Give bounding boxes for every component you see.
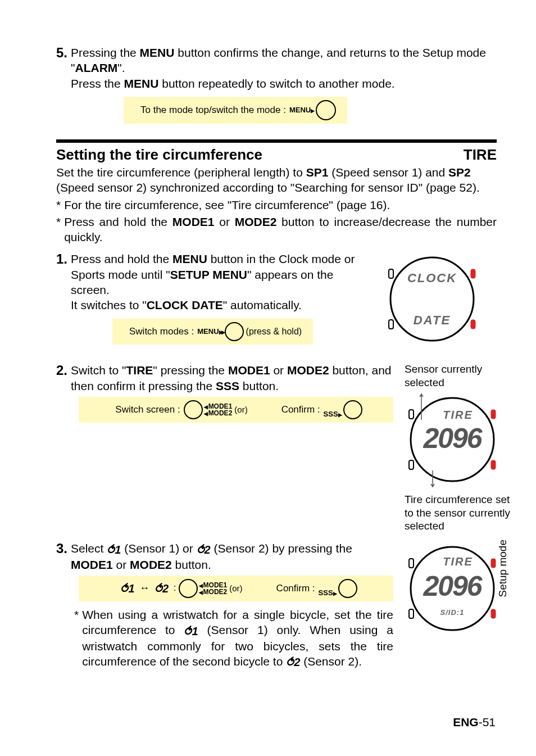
- text: 1: [115, 544, 121, 556]
- text: button.: [239, 379, 279, 392]
- mode2: MODE2: [287, 364, 329, 377]
- step-3-row: 3. Select ⥀1 (Sensor 1) or ⥀2 (Sensor 2)…: [56, 541, 497, 671]
- text: (Speed sensor 1) and: [328, 166, 448, 179]
- step-5: 5. Pressing the MENU button confirms the…: [56, 45, 497, 91]
- asterisk-icon: *: [56, 197, 61, 212]
- section-intro: Set the tire circumference (peripheral l…: [56, 165, 497, 196]
- step-body: Select ⥀1 (Sensor 1) or ⥀2 (Sensor 2) by…: [71, 541, 393, 572]
- text: 1: [128, 582, 134, 595]
- text: MENU: [289, 106, 311, 114]
- watch-clock-date: CLOCK DATE: [384, 251, 480, 347]
- button-icon: [316, 100, 336, 120]
- text: When using a wristwatch for a single bic…: [82, 607, 393, 670]
- svg-rect-3: [389, 320, 393, 329]
- sp1: SP1: [306, 166, 329, 179]
- or-text: (or): [234, 405, 247, 414]
- sensor-toggle: ⥀1 ↔ ⥀2 :: [120, 582, 178, 595]
- section-header: Setting the tire circumference TIRE: [56, 146, 497, 164]
- lcd-top: TIRE: [443, 409, 473, 421]
- mode2: MODE2: [235, 215, 277, 228]
- text: 2: [294, 656, 300, 668]
- double-arrow-icon: ↔: [139, 582, 149, 594]
- caption-tire-circ: Tire circumference set to the sensor cur…: [405, 493, 517, 533]
- sensor2-icon: ⥀2: [155, 582, 169, 595]
- step-number: 1.: [56, 251, 67, 268]
- confirm-group: Confirm : SSS: [281, 400, 362, 419]
- footer-page: -51: [479, 716, 496, 728]
- asterisk-icon: *: [74, 607, 79, 670]
- footer-eng: ENG: [453, 716, 479, 728]
- text: It switches to ": [71, 298, 147, 311]
- svg-rect-8: [409, 460, 414, 469]
- text: Press the: [71, 77, 124, 90]
- sp2: SP2: [448, 166, 471, 179]
- triangle-icon: [338, 410, 342, 418]
- double-triangle-icon: [219, 327, 224, 336]
- footnote-3: * When using a wristwatch for a single b…: [74, 607, 393, 670]
- press-hold: (press & hold): [246, 327, 302, 337]
- text: or: [215, 215, 235, 228]
- text: MENU: [197, 327, 219, 336]
- text: Set the tire circumference (peripheral l…: [56, 166, 306, 179]
- step-2-row: 2. Switch to "TIRE" pressing the MODE1 o…: [56, 363, 497, 535]
- watch-tire-2096: TIRE 2096: [405, 392, 500, 487]
- or-text: (or): [229, 583, 242, 593]
- step-body: Pressing the MENU button confirms the ch…: [71, 45, 497, 91]
- asterisk-icon: *: [56, 214, 61, 245]
- text: ".: [117, 61, 125, 74]
- triangle-icon: [333, 588, 337, 597]
- triangle-icon: [311, 106, 315, 114]
- step-3: 3. Select ⥀1 (Sensor 1) or ⥀2 (Sensor 2)…: [56, 541, 393, 572]
- text: 2: [162, 582, 169, 595]
- hint-label: Switch screen :: [115, 404, 180, 415]
- text: 1: [192, 625, 198, 637]
- step-number: 2.: [56, 363, 67, 379]
- footnote-1: * For the tire circumference, see "Tire …: [56, 197, 497, 212]
- menu-word: MENU: [124, 77, 159, 90]
- text: SSS: [319, 588, 333, 597]
- lcd-top: TIRE: [443, 555, 473, 568]
- svg-rect-2: [471, 269, 475, 278]
- lcd-big: 2096: [423, 423, 483, 454]
- watch-tire-sid: TIRE 2096 S/ID:1: [405, 541, 500, 636]
- clock-date: CLOCK DATE: [147, 298, 223, 311]
- lcd-top: CLOCK: [407, 271, 457, 285]
- mode-stack: MODE1 MODE2: [204, 403, 233, 417]
- menu-word: MENU: [140, 46, 175, 59]
- text: " pressing the: [153, 364, 228, 377]
- hint-label: Switch modes :: [129, 326, 194, 337]
- step-1-row: 1. Press and hold the MENU button in the…: [56, 251, 497, 349]
- step-2: 2. Switch to "TIRE" pressing the MODE1 o…: [56, 363, 393, 393]
- alarm-word: ALARM: [75, 61, 117, 74]
- mode1: MODE1: [172, 215, 215, 228]
- menu-button-label: MENU: [289, 106, 315, 114]
- sensor2-icon: ⥀2: [286, 655, 300, 669]
- text: button.: [172, 558, 211, 571]
- menu-word: MENU: [172, 252, 207, 265]
- sensor1-icon: ⥀1: [120, 582, 134, 595]
- mode1: MODE1: [71, 558, 113, 571]
- sensor1-icon: ⥀1: [184, 624, 198, 639]
- menu-button-label: MENU: [197, 327, 223, 336]
- text: 2: [205, 544, 211, 556]
- sss: SSS: [216, 379, 239, 392]
- text: (Sensor 2).: [300, 655, 362, 668]
- step-1: 1. Press and hold the MENU button in the…: [56, 251, 373, 313]
- button-icon: [179, 579, 198, 598]
- svg-rect-1: [389, 269, 393, 278]
- svg-rect-7: [491, 410, 496, 419]
- lcd-bottom: DATE: [414, 313, 451, 327]
- mode2: MODE2: [204, 410, 233, 417]
- hint-bar-sensor-select: ⥀1 ↔ ⥀2 : MODE1 MODE2 (or) Confirm : SSS: [79, 576, 393, 601]
- svg-rect-4: [471, 320, 475, 329]
- mode1: MODE1: [228, 364, 270, 377]
- text: SSS: [324, 410, 338, 418]
- svg-rect-13: [409, 609, 414, 618]
- setup-menu: SETUP MENU: [170, 268, 247, 281]
- text: For the tire circumference, see "Tire ci…: [64, 197, 497, 212]
- svg-rect-11: [409, 559, 414, 568]
- confirm-group: Confirm : SSS: [276, 579, 357, 598]
- section-divider: [56, 139, 497, 143]
- sensor1-icon: ⥀1: [107, 542, 121, 557]
- step-number: 5.: [56, 45, 67, 61]
